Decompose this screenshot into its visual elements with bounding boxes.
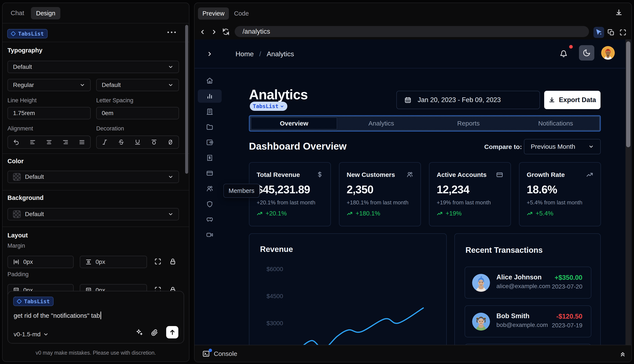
v0-workspace: Chat Design TabsList Typography Default … — [0, 0, 634, 364]
no-decoration-icon[interactable] — [167, 139, 174, 145]
stat-delta: +180.1% — [347, 210, 380, 217]
align-justify-icon[interactable] — [79, 139, 85, 145]
tab-reports[interactable]: Reports — [425, 117, 512, 130]
align-right-icon[interactable] — [62, 139, 69, 145]
export-data-button[interactable]: Export Data — [544, 91, 600, 109]
transaction-row: Bob Smithbob@example.com-$120.502023-07-… — [465, 306, 591, 337]
compare-value: Previous Month — [531, 143, 575, 150]
font-weight-value: Regular — [13, 82, 34, 88]
chevrons-up-icon[interactable] — [619, 350, 626, 358]
copy-icon[interactable] — [607, 29, 614, 36]
stat-value: 18.6% — [527, 183, 557, 196]
model-select[interactable]: v0-1.5-md — [14, 331, 49, 338]
align-left-icon[interactable] — [30, 139, 36, 145]
chat-composer[interactable]: TabsList get rid of the "notifications" … — [8, 291, 184, 344]
underline-icon[interactable] — [134, 139, 141, 145]
font-family-select[interactable]: Default — [8, 61, 179, 73]
background-select[interactable]: Default — [8, 208, 179, 220]
dollar-icon — [316, 171, 323, 178]
transparent-swatch-icon — [13, 173, 21, 181]
composer-input[interactable]: get rid of the "notifications" tab — [14, 312, 101, 319]
transaction-name: Bob Smith — [496, 312, 529, 320]
transaction-avatar — [472, 274, 490, 292]
ellipsis-icon[interactable] — [167, 32, 176, 33]
disclaimer-text: v0 may make mistakes. Please use with di… — [3, 350, 189, 356]
transaction-date: 2023-07-20 — [552, 283, 582, 290]
chevron-down-icon — [168, 174, 173, 180]
margin-y-input[interactable]: 0px — [80, 256, 147, 268]
stat-subtext: +20.1% from last month — [257, 199, 315, 206]
trending-up-icon — [527, 210, 533, 216]
font-size-select[interactable]: Default — [96, 79, 179, 91]
sparkles-icon[interactable] — [136, 328, 143, 336]
color-select[interactable]: Default — [8, 171, 179, 183]
chart-title: Revenue — [260, 245, 293, 254]
download-icon[interactable] — [615, 9, 622, 16]
composer-component-chip[interactable]: TabsList — [13, 297, 54, 306]
expand-icon[interactable] — [154, 258, 161, 265]
paperclip-icon[interactable] — [151, 329, 158, 336]
chevron-down-icon — [168, 64, 173, 70]
preview-scrollbar-track[interactable] — [625, 40, 631, 345]
margin-label: Margin — [8, 242, 25, 249]
date-range-text: Jan 20, 2023 - Feb 09, 2023 — [418, 96, 501, 104]
back-icon[interactable] — [199, 28, 206, 36]
undo-icon[interactable] — [13, 139, 20, 145]
line-height-input[interactable]: 1.75rem — [8, 107, 91, 119]
panel-scrollbar[interactable] — [185, 25, 188, 174]
letter-spacing-value: 0em — [102, 110, 113, 116]
tab-design[interactable]: Design — [31, 7, 60, 20]
margin-x-input[interactable]: 0px — [8, 256, 74, 268]
lock-icon[interactable] — [169, 258, 176, 265]
preview-scrollbar-thumb[interactable] — [626, 41, 630, 147]
tab-preview[interactable]: Preview — [198, 8, 229, 20]
selected-element-badge[interactable]: TabsList — [250, 102, 287, 111]
stat-card: New Customers2,350+180.1% from last mont… — [339, 162, 421, 226]
fullscreen-icon[interactable] — [619, 29, 626, 36]
chevron-down-icon — [280, 104, 284, 109]
letter-spacing-input[interactable]: 0em — [96, 107, 179, 119]
margin-y-icon — [85, 259, 92, 265]
tab-analytics[interactable]: Analytics — [338, 117, 425, 130]
y-axis-tick: $6000 — [266, 266, 283, 272]
inspect-button[interactable] — [593, 27, 604, 38]
url-bar[interactable]: /analytics — [235, 26, 589, 37]
chevron-down-icon — [588, 144, 594, 150]
tab-overview[interactable]: Overview — [250, 117, 338, 130]
tab-notifications[interactable]: Notifications — [512, 117, 599, 130]
compare-select[interactable]: Previous Month — [524, 139, 601, 154]
users-icon — [406, 171, 413, 178]
stat-title: Total Revenue — [257, 171, 323, 178]
transparent-swatch-icon — [13, 210, 21, 218]
overline-icon[interactable] — [151, 139, 157, 145]
download-icon — [549, 97, 555, 103]
transaction-avatar — [472, 313, 490, 330]
stat-subtext: +19% from last month — [437, 199, 491, 206]
stat-card: Growth Rate18.6%+5.4% from last month+5.… — [519, 162, 601, 226]
align-center-icon[interactable] — [46, 139, 52, 145]
selected-component-chip[interactable]: TabsList — [7, 29, 48, 38]
date-range-picker[interactable]: Jan 20, 2023 - Feb 09, 2023 — [396, 91, 540, 109]
italic-icon[interactable] — [102, 139, 108, 145]
stat-card: Total Revenue$45,231.89+20.1% from last … — [249, 162, 331, 226]
tab-code[interactable]: Code — [234, 10, 249, 17]
line-height-value: 1.75rem — [13, 110, 35, 116]
stat-value: 12,234 — [437, 183, 469, 196]
selected-component-label: TabsList — [18, 31, 44, 37]
composer-actions — [136, 326, 178, 338]
console-activity-dot — [209, 349, 212, 352]
chevron-down-icon — [43, 332, 49, 337]
tab-chat[interactable]: Chat — [11, 10, 24, 16]
color-value: Default — [25, 174, 44, 180]
background-value: Default — [25, 211, 44, 218]
send-button[interactable] — [166, 326, 178, 338]
refresh-icon[interactable] — [222, 28, 229, 36]
preview-panel-header: Preview Code — [195, 3, 631, 22]
forward-icon[interactable] — [211, 28, 218, 36]
strikethrough-icon[interactable] — [118, 139, 124, 145]
transactions-card: Recent Transactions Alice Johnsonalice@e… — [454, 233, 601, 345]
font-weight-select[interactable]: Regular — [8, 79, 91, 91]
console-bar[interactable]: Console — [195, 345, 631, 362]
decoration-label: Decoration — [96, 125, 124, 132]
alignment-label: Alignment — [8, 125, 33, 132]
